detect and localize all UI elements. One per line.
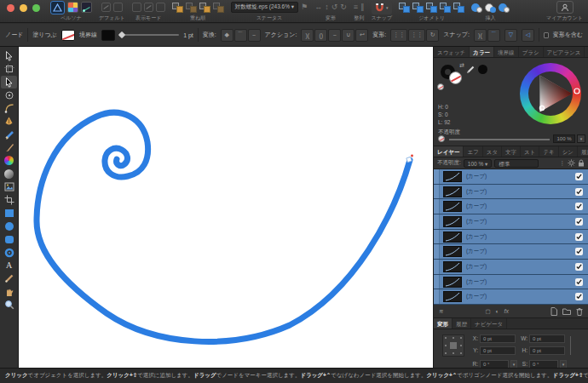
artboard-tool[interactable] (0, 62, 18, 75)
layer-row[interactable]: (カーブ) (434, 244, 588, 260)
move-forward-icon[interactable] (186, 3, 197, 13)
rounded-rectangle-tool[interactable] (0, 232, 18, 245)
join-curves-button[interactable]: ∪ (342, 29, 355, 42)
flip-horizontal-icon[interactable]: ↔ (314, 3, 322, 12)
layer-visibility-checkbox[interactable] (575, 293, 583, 300)
layer-row[interactable]: (カーブ) (434, 260, 588, 275)
smooth-curve-button[interactable]: ~ (328, 29, 341, 42)
my-account-button[interactable] (556, 1, 574, 14)
layer-expand-gutter[interactable] (434, 185, 440, 199)
no-color-well[interactable] (437, 83, 444, 90)
tab-text-styles[interactable]: テキ (539, 146, 558, 157)
layers-opacity-value[interactable]: 100 % ▾ (464, 159, 493, 168)
designer-persona-icon[interactable] (50, 1, 65, 14)
close-window-button[interactable] (7, 4, 14, 12)
layer-expand-gutter[interactable] (434, 230, 440, 244)
lock-icon[interactable] (578, 159, 585, 167)
reverse-curves-button[interactable]: ↩ (355, 29, 368, 42)
snap-dropdown-arrow[interactable]: ▾ (386, 5, 389, 10)
w-input[interactable]: 0 pt (529, 334, 565, 343)
rectangle-tool[interactable] (0, 207, 18, 220)
revert-defaults-icon[interactable] (113, 3, 123, 12)
include-transform-checkbox[interactable] (544, 32, 549, 38)
boolean-divide-icon[interactable] (440, 3, 451, 13)
boolean-intersect-icon[interactable] (426, 3, 437, 13)
anchor-point-selector[interactable] (442, 334, 464, 357)
tab-assets[interactable]: アセット (585, 47, 588, 58)
move-to-back-icon[interactable] (213, 3, 224, 13)
pencil-tool[interactable] (0, 128, 18, 140)
transform-reset-button[interactable]: ↻ (426, 29, 439, 42)
sculpt-button[interactable]: ◁ (522, 29, 534, 42)
swap-colors-icon[interactable]: ⇄ (459, 62, 464, 69)
boolean-add-icon[interactable] (399, 3, 410, 13)
insert-inside-icon[interactable] (499, 3, 510, 13)
pixel-view-icon[interactable] (144, 3, 153, 12)
tab-history-panel[interactable]: 履歴 (453, 318, 471, 329)
layer-visibility-checkbox[interactable] (575, 233, 583, 241)
rotation-input[interactable]: 0 ° (480, 360, 509, 369)
zoom-window-button[interactable] (32, 4, 40, 12)
distribute-icon[interactable]: ∥ (360, 3, 365, 12)
move-tool[interactable] (0, 49, 18, 62)
picked-color-swatch[interactable] (478, 65, 487, 74)
gear-icon[interactable] (568, 159, 575, 167)
tab-stock[interactable]: スト (521, 146, 539, 157)
boolean-combine-icon[interactable] (453, 3, 464, 13)
new-group-icon[interactable] (562, 307, 571, 315)
tab-character[interactable]: 文字 (502, 146, 521, 157)
stroke-swatch[interactable] (101, 30, 115, 41)
tab-navigator[interactable]: ナビゲータ (471, 318, 507, 329)
close-curve-button[interactable]: () (314, 29, 327, 42)
blend-ranges-icon[interactable]: ≋ (439, 308, 443, 315)
layer-effects-icon[interactable]: fx (504, 308, 509, 314)
layer-expand-gutter[interactable] (434, 169, 440, 184)
stroke-width-slider[interactable] (119, 34, 179, 36)
break-curve-button[interactable]: )( (301, 29, 314, 42)
fill-swatch[interactable] (61, 30, 75, 41)
pen-tool[interactable] (0, 115, 18, 128)
layer-visibility-checkbox[interactable] (575, 278, 583, 286)
hue-marker[interactable] (574, 89, 579, 94)
layer-visibility-checkbox[interactable] (575, 263, 583, 271)
convert-smooth-button[interactable]: ⌒ (234, 29, 247, 42)
layer-visibility-checkbox[interactable] (575, 203, 583, 210)
tab-stroke[interactable]: 境界線 (494, 47, 519, 58)
fill-color-well[interactable] (449, 71, 462, 84)
text-tool[interactable]: A (0, 259, 18, 272)
layer-visibility-checkbox[interactable] (575, 188, 583, 196)
tab-symbols[interactable]: シン (559, 146, 578, 157)
corner-tool[interactable] (0, 102, 18, 115)
layer-expand-gutter[interactable] (434, 260, 440, 274)
new-layer-icon[interactable] (551, 307, 557, 316)
layer-row[interactable]: (カーブ) (434, 214, 588, 230)
hsl-color-wheel[interactable] (520, 63, 581, 124)
insert-on-top-icon[interactable] (485, 3, 496, 13)
history-flag-icon[interactable]: ⚑ (301, 3, 308, 12)
tab-color[interactable]: カラー (470, 47, 494, 58)
layer-row[interactable]: (カーブ) (434, 185, 588, 200)
construction-snap-button[interactable]: ▽ (504, 29, 517, 42)
defaults-icon[interactable] (101, 3, 111, 12)
rotation-dropdown-icon[interactable]: ▾ (510, 360, 517, 369)
pixel-persona-icon[interactable] (67, 2, 78, 13)
transform-grid-button[interactable]: ⋮⋮ (408, 29, 425, 42)
tab-appearance[interactable]: アピアランス (544, 47, 585, 58)
insert-behind-icon[interactable] (471, 3, 482, 13)
vector-brush-tool[interactable] (0, 141, 18, 154)
move-to-front-icon[interactable] (172, 3, 183, 13)
layer-row[interactable]: (カーブ) (434, 230, 588, 245)
view-tool[interactable] (0, 285, 18, 298)
snapping-toggle[interactable]: ▾ (372, 1, 392, 14)
layer-visibility-checkbox[interactable] (575, 218, 583, 226)
layer-expand-gutter[interactable] (434, 289, 440, 304)
align-icon[interactable]: ≡ (354, 3, 358, 12)
tab-styles[interactable]: スタ (483, 146, 502, 157)
zoom-tool[interactable] (0, 298, 18, 311)
donut-tool[interactable] (0, 246, 18, 259)
transform-mode-button[interactable]: ⋮⋮ (390, 29, 407, 42)
layer-expand-gutter[interactable] (434, 199, 440, 214)
boolean-subtract-icon[interactable] (412, 3, 424, 13)
vector-crop-tool[interactable] (0, 193, 18, 206)
layer-expand-gutter[interactable] (434, 214, 440, 229)
